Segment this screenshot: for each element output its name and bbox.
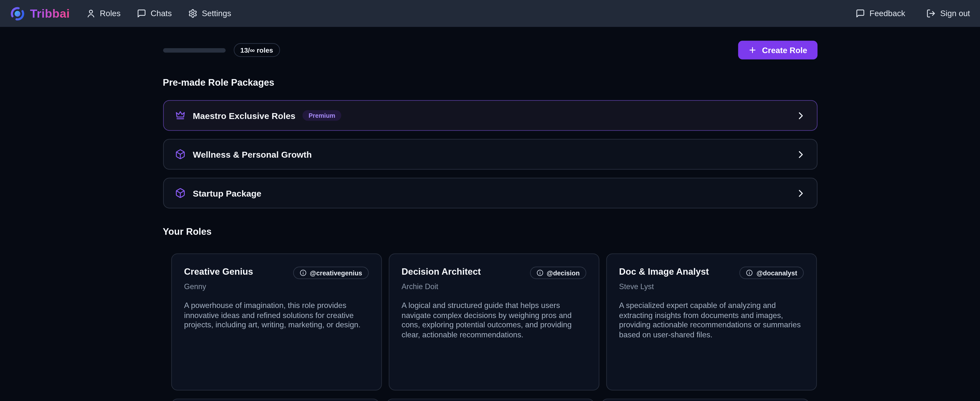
role-card-description: A specialized expert capable of analyzin… (619, 301, 803, 340)
role-card-doc-image-analyst: Doc & Image Analyst @docanalyst Steve Ly… (606, 253, 816, 390)
role-handle-badge[interactable]: @creativegenius (293, 267, 369, 279)
role-card-decision-architect: Decision Architect @decision Archie Doit… (388, 253, 599, 390)
sign-out-button[interactable]: Sign out (926, 9, 970, 18)
brand-logo-icon (10, 6, 25, 21)
create-role-label: Create Role (762, 45, 807, 54)
package-title: Wellness & Personal Growth (193, 149, 312, 160)
plus-icon (748, 46, 757, 54)
info-icon (746, 269, 753, 276)
brand-wordmark: Tribbai (30, 6, 70, 20)
primary-nav: Roles Chats Settings (86, 9, 231, 18)
roles-progress-bar (163, 48, 226, 53)
role-cards-grid-partial (163, 399, 817, 401)
your-roles-heading: Your Roles (163, 226, 817, 236)
roles-toolbar: 13/∞ roles Create Role (163, 41, 817, 59)
roles-progress-fill (163, 48, 226, 53)
chevron-right-icon[interactable] (795, 110, 805, 120)
role-handle-badge[interactable]: @decision (530, 267, 586, 279)
info-icon (536, 269, 544, 276)
gear-icon (188, 9, 197, 18)
nav-item-label: Settings (202, 9, 231, 18)
role-card-title: Doc & Image Analyst (619, 267, 709, 276)
role-handle: @docanalyst (757, 269, 797, 276)
nav-item-settings[interactable]: Settings (188, 9, 231, 18)
package-row-startup[interactable]: Startup Package (163, 178, 817, 208)
chat-icon (856, 9, 865, 18)
logout-icon (926, 9, 936, 18)
feedback-button[interactable]: Feedback (856, 9, 905, 18)
main-content: 13/∞ roles Create Role Pre-made Role Pac… (163, 41, 817, 401)
nav-right: Feedback Sign out (856, 9, 970, 18)
feedback-label: Feedback (869, 9, 905, 18)
role-handle: @creativegenius (310, 269, 362, 276)
chat-icon (137, 9, 146, 18)
nav-item-label: Roles (100, 9, 121, 18)
role-handle: @decision (547, 269, 580, 276)
role-card-partial (601, 399, 809, 401)
sign-out-label: Sign out (940, 9, 970, 18)
card-head: Decision Architect @decision (401, 267, 586, 279)
card-head: Creative Genius @creativegenius (184, 267, 369, 279)
chevron-right-icon[interactable] (795, 188, 805, 198)
package-row-wellness[interactable]: Wellness & Personal Growth (163, 139, 817, 169)
role-card-description: A logical and structured guide that help… (401, 301, 586, 340)
card-head: Doc & Image Analyst @docanalyst (619, 267, 803, 279)
nav-item-label: Chats (151, 9, 172, 18)
roles-count-badge: 13/∞ roles (234, 43, 280, 57)
nav-item-roles[interactable]: Roles (86, 9, 121, 18)
package-row-maestro[interactable]: Maestro Exclusive Roles Premium (163, 100, 817, 131)
brand-logo[interactable]: Tribbai (10, 6, 70, 21)
role-handle-badge[interactable]: @docanalyst (740, 267, 803, 279)
role-card-title: Decision Architect (401, 267, 481, 276)
role-card-subtitle: Steve Lyst (619, 282, 803, 291)
role-card-description: A powerhouse of imagination, this role p… (184, 301, 369, 330)
crown-icon (175, 110, 185, 121)
role-card-partial (386, 399, 594, 401)
role-card-title: Creative Genius (184, 267, 253, 276)
packages-heading: Pre-made Role Packages (163, 77, 817, 88)
package-icon (175, 188, 185, 198)
app-window: Tribbai Roles Chats (0, 0, 980, 401)
package-title: Startup Package (193, 188, 261, 198)
package-icon (175, 149, 185, 160)
role-card-subtitle: Genny (184, 282, 369, 291)
role-card-partial (171, 399, 379, 401)
role-cards-grid: Creative Genius @creativegenius Genny A … (163, 253, 817, 390)
package-list: Maestro Exclusive Roles Premium Wellness… (163, 100, 817, 208)
nav-item-chats[interactable]: Chats (137, 9, 172, 18)
info-icon (299, 269, 307, 276)
create-role-button[interactable]: Create Role (738, 41, 817, 59)
package-title: Maestro Exclusive Roles (193, 110, 296, 120)
user-icon (86, 9, 95, 18)
role-card-subtitle: Archie Doit (401, 282, 586, 291)
premium-badge: Premium (302, 110, 342, 121)
role-card-creative-genius: Creative Genius @creativegenius Genny A … (171, 253, 382, 390)
chevron-right-icon[interactable] (795, 149, 805, 160)
top-nav: Tribbai Roles Chats (0, 0, 980, 27)
